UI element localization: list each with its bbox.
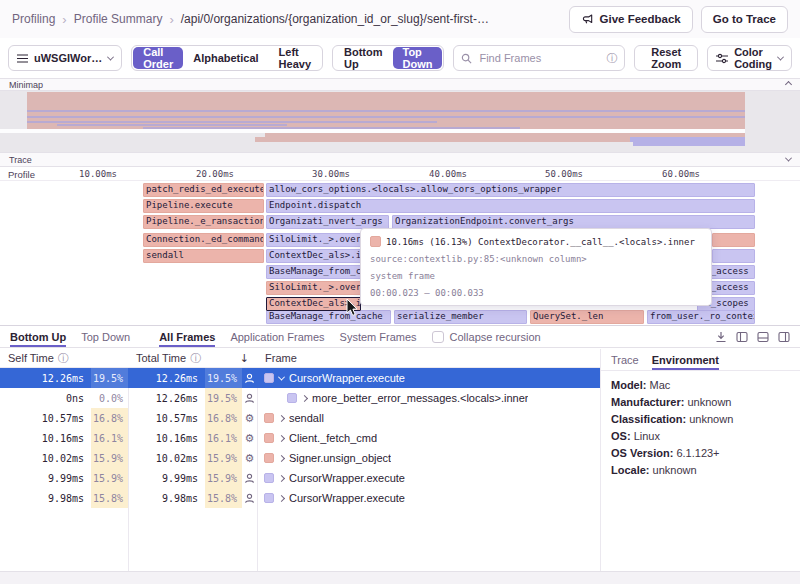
total-time-cell: 10.16ms16.1%⚙ (128, 428, 257, 448)
sorting-alphabetical[interactable]: Alphabetical (183, 47, 268, 69)
flame-frame[interactable]: OrganizationEndpoint.convert_args (392, 215, 755, 229)
flame-frame[interactable]: SiloLimit._>.over (266, 233, 361, 247)
collapse-recursion-checkbox[interactable] (432, 331, 444, 343)
frame-name: more_better_error_messages.<locals>.inne… (312, 392, 528, 404)
chevron-up-icon[interactable] (785, 81, 792, 88)
layout-bottom-button[interactable] (757, 331, 769, 343)
table-row[interactable]: 12.26ms19.5%12.26ms19.5%CursorWrapper.ex… (0, 368, 600, 388)
flame-graph[interactable]: 10.16ms (16.13%) ContextDecorator.__call… (0, 181, 800, 325)
export-download-button[interactable] (715, 331, 727, 343)
trace-header[interactable]: Trace (0, 152, 800, 167)
frame-cell: Client._fetch_cmd (257, 428, 600, 448)
frame-name: CursorWrapper.execute (289, 492, 405, 504)
flame-frame[interactable]: patch_redis_ed_execute (143, 183, 264, 197)
info-icon: ⓘ (190, 351, 201, 366)
flame-frame[interactable]: Endpoint.dispatch (266, 199, 755, 213)
ruler-tick: 20.00ms (174, 169, 234, 179)
flame-frame[interactable]: SiloLimit._>.over (266, 281, 361, 295)
chevron-right-icon[interactable] (278, 494, 285, 501)
total-time-column-header[interactable]: Total Time ⓘ ↓ (128, 349, 257, 367)
chevron-right-icon[interactable] (278, 434, 285, 441)
total-time-label: Total Time (136, 352, 186, 364)
table-row[interactable]: 10.57ms16.8%10.57ms16.8%⚙sendall (0, 408, 600, 428)
tab-bottom-up[interactable]: Bottom Up (10, 326, 66, 347)
total-time-value: 10.02ms (156, 453, 198, 464)
flame-frame[interactable]: from_user._ro_context (647, 310, 755, 324)
self-time-cell: 10.02ms15.9% (0, 448, 128, 468)
flame-frame[interactable] (712, 249, 755, 263)
breadcrumb-profiling[interactable]: Profiling (12, 12, 55, 26)
table-row[interactable]: 10.02ms15.9%10.02ms15.9%⚙Signer.unsign_o… (0, 448, 600, 468)
chevron-right-icon[interactable] (278, 414, 285, 421)
self-time-cell: 9.99ms15.9% (0, 468, 128, 488)
flame-frame[interactable]: sendall (143, 249, 264, 263)
frame-color-swatch (287, 393, 297, 403)
environment-field: Classification: unknown (611, 411, 790, 428)
environment-field: Model: Mac (611, 377, 790, 394)
find-frames-input[interactable] (477, 51, 601, 65)
tab-environment[interactable]: Environment (652, 349, 719, 370)
chevron-down-icon[interactable] (278, 373, 285, 380)
minimap-header[interactable]: Minimap (0, 78, 800, 91)
environment-field-value: Linux (634, 430, 660, 442)
view-top-down[interactable]: Top Down (393, 47, 443, 69)
table-row[interactable]: 9.98ms15.8%9.98ms15.8%CursorWrapper.exec… (0, 488, 600, 508)
table-row[interactable]: 9.99ms15.9%9.99ms15.9%CursorWrapper.exec… (0, 468, 600, 488)
flame-frame[interactable]: Connection._ed_command (143, 233, 264, 247)
table-row[interactable]: 0ns0.0%12.26ms19.5%more_better_error_mes… (0, 388, 600, 408)
tab-all-frames[interactable]: All Frames (159, 326, 215, 347)
layout-right-button[interactable] (778, 331, 790, 343)
flame-frame[interactable]: BaseManage_from_c (266, 265, 361, 279)
flame-frame[interactable]: Organizati_nvert_args (266, 215, 389, 229)
reset-zoom-button[interactable]: Reset Zoom (634, 45, 698, 71)
sorting-segmented-control: Call Order Alphabetical Left Heavy (131, 45, 323, 71)
go-to-trace-button[interactable]: Go to Trace (701, 6, 788, 33)
frame-name: CursorWrapper.execute (289, 472, 405, 484)
frame-color-swatch (264, 373, 274, 383)
header-actions: Give Feedback Go to Trace (569, 6, 788, 33)
profiling-toolbar: uWSGIWor… Call Order Alphabetical Left H… (0, 38, 800, 78)
minimap-canvas[interactable] (0, 91, 800, 152)
total-time-cell: 10.02ms15.9%⚙ (128, 448, 257, 468)
tab-top-down[interactable]: Top Down (81, 326, 130, 347)
color-coding-label: Color Coding (734, 46, 772, 70)
chevron-right-icon[interactable] (278, 474, 285, 481)
breadcrumb: Profiling › Profile Summary › /api/0/org… (12, 12, 489, 27)
total-time-percent: 15.9% (205, 468, 242, 488)
flame-frame[interactable]: BaseManage_from_cache (266, 310, 391, 324)
tab-system-frames[interactable]: System Frames (340, 326, 417, 347)
sorting-left-heavy[interactable]: Left Heavy (269, 47, 321, 69)
tab-application-frames[interactable]: Application Frames (230, 326, 324, 347)
give-feedback-button[interactable]: Give Feedback (569, 6, 693, 33)
breadcrumb-profile-summary[interactable]: Profile Summary (74, 12, 163, 26)
flame-frame[interactable]: ContextDec_als>.i (266, 249, 361, 263)
environment-field-label: OS: (611, 430, 634, 442)
self-time-column-header[interactable]: Self Time ⓘ (0, 349, 128, 367)
chevron-right-icon[interactable] (278, 454, 285, 461)
frame-name: Client._fetch_cmd (289, 432, 377, 444)
frame-type-user-icon (242, 373, 257, 384)
color-coding-selector[interactable]: Color Coding (707, 45, 792, 71)
table-row[interactable]: 10.16ms16.1%10.16ms16.1%⚙Client._fetch_c… (0, 428, 600, 448)
chevron-down-icon[interactable] (785, 155, 792, 162)
flame-frame[interactable]: Pipeline.execute (143, 199, 264, 213)
tab-trace[interactable]: Trace (611, 349, 639, 370)
frame-color-swatch (264, 413, 274, 423)
bottom-scrollbar-track[interactable] (0, 571, 800, 584)
flame-frame[interactable]: QuerySet._len (530, 310, 644, 324)
flame-frame[interactable]: serialize_member (394, 310, 527, 324)
total-time-percent: 15.9% (205, 448, 242, 468)
view-segmented-control: Bottom Up Top Down (332, 45, 444, 71)
view-bottom-up[interactable]: Bottom Up (334, 47, 393, 69)
self-time-percent: 0.0% (91, 388, 128, 408)
flame-frame[interactable] (712, 233, 755, 247)
flame-frame[interactable]: allow_cors_options.<locals>.allow_cors_o… (266, 183, 755, 197)
flame-frame[interactable]: Pipeline._e_ransaction (143, 215, 264, 229)
layout-left-button[interactable] (736, 331, 748, 343)
chevron-right-icon[interactable] (301, 394, 308, 401)
sort-descending-icon[interactable]: ↓ (240, 352, 249, 365)
total-time-percent: 15.8% (205, 488, 242, 508)
sorting-call-order[interactable]: Call Order (133, 47, 183, 69)
frame-column-header[interactable]: Frame (257, 349, 600, 367)
thread-selector[interactable]: uWSGIWor… (8, 45, 122, 71)
